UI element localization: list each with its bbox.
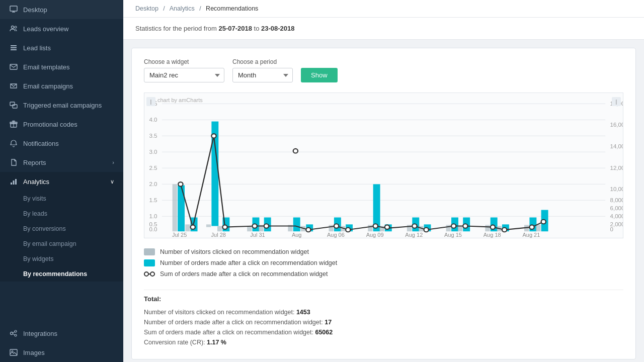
legend-label-sum: Sum of orders made after a click on reco… <box>160 270 328 278</box>
sidebar-sub-by-leads[interactable]: By leads <box>0 206 123 221</box>
totals-value-cr: 1.17 % <box>207 339 226 346</box>
chevron-down-icon: ∨ <box>110 178 114 185</box>
breadcrumb-desktop[interactable]: Desktop <box>135 5 158 12</box>
trigger-icon <box>9 101 18 110</box>
svg-rect-99 <box>536 225 540 231</box>
monitor-icon <box>9 5 18 14</box>
stats-to: to <box>252 25 261 32</box>
totals-row-cr: Conversion rate (CR): 1.17 % <box>144 339 623 346</box>
svg-text:Aug 06: Aug 06 <box>327 232 345 237</box>
svg-text:8,000: 8,000 <box>610 197 623 203</box>
sidebar-sub-by-email-campaign[interactable]: By email campaign <box>0 236 123 251</box>
sidebar-sub-label: By leads <box>23 210 47 217</box>
chevron-right-icon: › <box>112 159 114 165</box>
svg-rect-93 <box>485 225 490 231</box>
sidebar-item-email-campaigns[interactable]: Email campaigns <box>0 76 123 96</box>
main-content: Desktop / Analytics / Recommendations St… <box>123 0 644 362</box>
sidebar-sub-label: By recommendations <box>23 270 87 278</box>
svg-point-108 <box>306 228 310 232</box>
sidebar-item-desktop[interactable]: Desktop <box>0 0 123 19</box>
svg-point-3 <box>12 26 14 29</box>
period-control-group: Choose a period Day Week Month Year <box>232 58 293 82</box>
sidebar-item-leads-overview[interactable]: Leads overview <box>0 19 123 38</box>
totals-label-sum: Sum of orders made after a click on reco… <box>144 329 315 336</box>
svg-line-19 <box>13 332 15 333</box>
svg-point-106 <box>264 224 269 228</box>
svg-text:6,000: 6,000 <box>610 205 623 211</box>
sidebar-sub-by-widgets[interactable]: By widgets <box>0 251 123 266</box>
period-select[interactable]: Day Week Month Year <box>232 68 293 82</box>
breadcrumb-analytics[interactable]: Analytics <box>170 5 195 12</box>
legend-swatch-teal <box>144 259 155 266</box>
svg-point-119 <box>529 225 534 229</box>
svg-point-113 <box>412 224 417 228</box>
svg-rect-0 <box>10 6 17 11</box>
sidebar-sub-label: By email campaign <box>23 240 76 247</box>
svg-point-114 <box>424 228 429 232</box>
svg-text:Aug: Aug <box>292 232 302 237</box>
analytics-submenu: By visits By leads By conversions By ema… <box>0 191 123 282</box>
svg-text:4.0: 4.0 <box>149 117 157 122</box>
sidebar-item-images[interactable]: Images <box>0 343 123 362</box>
stats-text: Statistics for the period from <box>135 25 218 32</box>
sidebar-item-email-templates[interactable]: Email templates <box>0 57 123 76</box>
totals-row-visitors: Number of visitors clicked on recommenda… <box>144 309 623 316</box>
svg-line-20 <box>13 334 15 335</box>
chart-pin-right[interactable]: | <box>612 97 621 106</box>
totals-title: Total: <box>144 295 623 303</box>
legend-item-orders: Number of orders made after a click on r… <box>144 259 623 266</box>
svg-point-112 <box>385 225 389 229</box>
svg-text:Jul 28: Jul 28 <box>211 232 226 237</box>
svg-point-16 <box>11 332 13 335</box>
svg-text:3.0: 3.0 <box>149 149 157 154</box>
sidebar-item-integrations[interactable]: Integrations <box>0 324 123 343</box>
sidebar-sub-by-conversions[interactable]: By conversions <box>0 221 123 236</box>
svg-text:10,000: 10,000 <box>610 187 623 192</box>
chart-pin-left[interactable]: | <box>146 97 155 106</box>
svg-text:3.5: 3.5 <box>149 133 157 138</box>
legend-swatch-line <box>144 274 155 275</box>
sidebar-sub-by-recommendations[interactable]: By recommendations <box>0 266 123 282</box>
svg-rect-21 <box>10 349 17 355</box>
sidebar-item-label: Email campaigns <box>23 82 73 90</box>
svg-text:Jul 25: Jul 25 <box>172 232 187 237</box>
sidebar-item-label: Images <box>23 349 45 356</box>
widget-control-group: Choose a widget Main2 rec <box>144 58 224 82</box>
controls-row: Choose a widget Main2 rec Choose a perio… <box>144 58 623 82</box>
sidebar-item-promotional-codes[interactable]: Promotional codes <box>0 115 123 134</box>
svg-rect-62 <box>178 185 185 231</box>
svg-text:14,000: 14,000 <box>610 143 623 149</box>
svg-point-18 <box>15 334 17 336</box>
sidebar-item-reports[interactable]: Reports › <box>0 153 123 172</box>
sidebar-item-label: Leads overview <box>23 25 68 33</box>
sidebar-item-notifications[interactable]: Notifications <box>0 134 123 153</box>
svg-rect-61 <box>173 184 177 231</box>
svg-rect-69 <box>247 226 252 232</box>
gift-icon <box>9 120 18 129</box>
breadcrumb-sep-2: / <box>199 5 201 12</box>
svg-rect-81 <box>368 225 372 231</box>
sidebar-item-label: Email templates <box>23 63 69 71</box>
svg-rect-13 <box>11 183 12 185</box>
date-from: 25-07-2018 <box>218 25 252 32</box>
breadcrumb-sep-1: / <box>163 5 165 12</box>
svg-point-17 <box>15 330 17 332</box>
legend-item-visitors: Number of visitors clicked on recommenda… <box>144 248 623 255</box>
svg-point-104 <box>222 225 227 229</box>
widget-select[interactable]: Main2 rec <box>144 68 224 82</box>
show-button[interactable]: Show <box>301 68 338 82</box>
svg-text:2.0: 2.0 <box>149 181 157 187</box>
svg-text:0.0: 0.0 <box>149 227 157 232</box>
sidebar-item-triggered-email[interactable]: Triggered email campaigns <box>0 96 123 115</box>
period-label: Choose a period <box>232 58 293 65</box>
sidebar-item-lead-lists[interactable]: Lead lists <box>0 38 123 57</box>
chart-area: JS chart by amCharts | | 4.5 4.0 3.5 3.0… <box>144 93 623 238</box>
svg-text:Aug 15: Aug 15 <box>444 232 462 237</box>
totals-value-visitors: 1453 <box>296 309 310 316</box>
users-icon <box>9 24 18 33</box>
svg-point-117 <box>491 225 495 229</box>
sidebar-sub-by-visits[interactable]: By visits <box>0 191 123 206</box>
chart-svg: 4.5 4.0 3.5 3.0 2.5 2.0 1.5 1.0 0.5 0.0 … <box>144 93 623 238</box>
sidebar-item-analytics[interactable]: Analytics ∨ <box>0 172 123 191</box>
legend-swatch-gray <box>144 248 155 255</box>
